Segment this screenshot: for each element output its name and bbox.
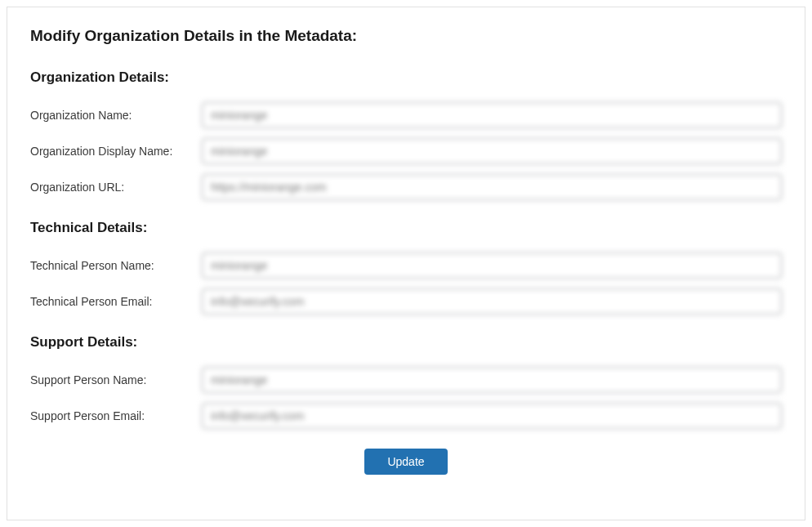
update-button[interactable]: Update xyxy=(364,449,447,475)
organization-section-title: Organization Details: xyxy=(30,69,782,86)
technical-person-email-label: Technical Person Email: xyxy=(30,295,202,308)
form-actions: Update xyxy=(30,449,782,475)
form-row: Support Person Email: xyxy=(30,403,782,429)
form-row: Organization Name: xyxy=(30,102,782,128)
organization-display-name-label: Organization Display Name: xyxy=(30,145,202,158)
support-person-email-label: Support Person Email: xyxy=(30,409,202,422)
organization-section: Organization Details: Organization Name:… xyxy=(30,69,782,200)
form-row: Support Person Name: xyxy=(30,367,782,393)
organization-url-input[interactable] xyxy=(202,174,782,200)
support-person-name-input[interactable] xyxy=(202,367,782,393)
support-person-email-input[interactable] xyxy=(202,403,782,429)
organization-name-input[interactable] xyxy=(202,102,782,128)
technical-person-name-input[interactable] xyxy=(202,252,782,279)
support-section: Support Details: Support Person Name: Su… xyxy=(30,334,782,429)
organization-url-label: Organization URL: xyxy=(30,181,202,194)
page-title: Modify Organization Details in the Metad… xyxy=(30,27,782,45)
form-row: Technical Person Name: xyxy=(30,252,782,279)
metadata-settings-panel: Modify Organization Details in the Metad… xyxy=(7,7,805,520)
technical-section: Technical Details: Technical Person Name… xyxy=(30,220,782,315)
form-row: Technical Person Email: xyxy=(30,288,782,315)
technical-person-name-label: Technical Person Name: xyxy=(30,259,202,272)
support-section-title: Support Details: xyxy=(30,334,782,351)
form-row: Organization Display Name: xyxy=(30,138,782,164)
technical-section-title: Technical Details: xyxy=(30,220,782,236)
organization-display-name-input[interactable] xyxy=(202,138,782,164)
technical-person-email-input[interactable] xyxy=(202,288,782,315)
organization-name-label: Organization Name: xyxy=(30,109,202,122)
form-row: Organization URL: xyxy=(30,174,782,200)
support-person-name-label: Support Person Name: xyxy=(30,373,202,386)
